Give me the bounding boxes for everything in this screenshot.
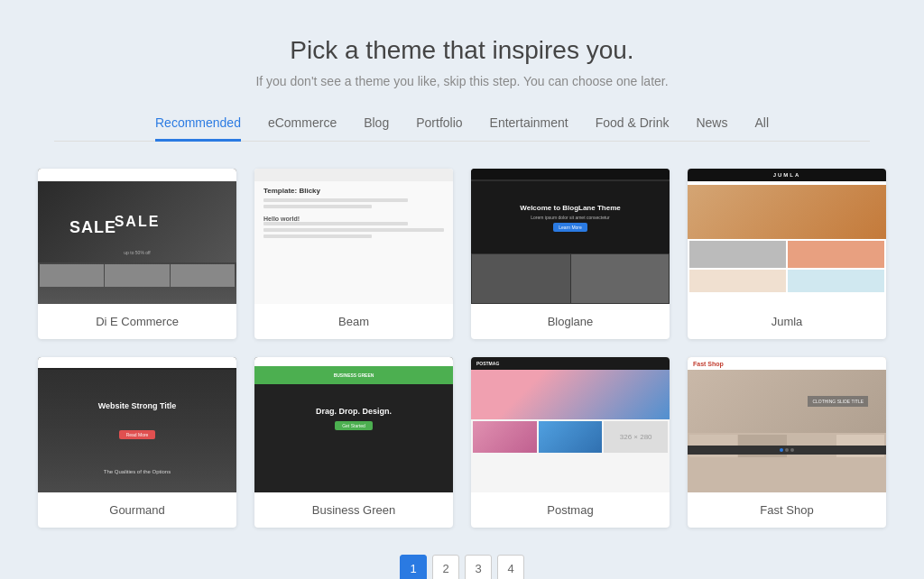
bloglane-header-bar <box>471 169 670 179</box>
beam-line-2 <box>263 205 372 208</box>
di-footer <box>38 262 236 289</box>
theme-card-fast-shop[interactable]: Fast Shop CLOTHING SLIDE TITLE <box>688 357 886 528</box>
theme-preview-business-green: BUSINESS GREEN Drag. Drop. Design. Get S… <box>254 357 453 492</box>
theme-preview-fast-shop: Fast Shop CLOTHING SLIDE TITLE <box>688 357 886 492</box>
theme-preview-beam: Template: Blicky Hello world! <box>254 169 453 304</box>
postmag-placeholder-text: 326 × 280 <box>620 433 652 441</box>
postmag-cell-2 <box>539 421 603 453</box>
jumla-cell-3 <box>689 270 786 292</box>
page-title: Pick a theme that inspires you. <box>290 36 633 65</box>
di-preview-inner: SALE up to 50% off <box>38 181 236 304</box>
theme-name-bloglane: Bloglane <box>471 304 670 339</box>
bg-hero-text: Drag. Drop. Design. Get Started <box>254 407 453 429</box>
tab-news[interactable]: News <box>696 115 727 142</box>
bloglane-cell-2 <box>571 254 670 303</box>
bg-header-white <box>254 357 453 366</box>
di-hero: SALE up to 50% off <box>38 181 236 262</box>
gourmand-cta: Read More <box>38 424 236 440</box>
gourmand-header-bar <box>38 357 236 368</box>
theme-card-di-ecommerce[interactable]: SALE up to 50% off Di E Commerce <box>38 169 236 339</box>
theme-card-postmag[interactable]: POSTMAG 326 × 280 Postmag <box>471 357 670 528</box>
bloglane-cta-btn: Learn More <box>553 223 587 232</box>
beam-line-1 <box>263 198 408 202</box>
jumla-header-bar: JUMLA <box>688 169 886 181</box>
fastshop-inner: CLOTHING SLIDE TITLE <box>688 370 886 492</box>
jumla-grid <box>688 239 886 294</box>
theme-name-di-ecommerce: Di E Commerce <box>38 304 236 339</box>
fastshop-nav-bar <box>688 446 886 455</box>
page-btn-4[interactable]: 4 <box>497 555 524 579</box>
page-wrapper: Pick a theme that inspires you. If you d… <box>0 0 924 579</box>
bloglane-welcome-title: Welcome to BlogLane Theme <box>520 204 620 212</box>
page-btn-2[interactable]: 2 <box>432 555 459 579</box>
fastshop-brand-text: Fast Shop <box>693 361 724 367</box>
fastshop-nav-dot-2 <box>785 448 789 452</box>
tab-blog[interactable]: Blog <box>364 115 389 142</box>
fastshop-hero: CLOTHING SLIDE TITLE <box>688 370 886 433</box>
jumla-cell-1 <box>689 241 786 268</box>
tab-portfolio[interactable]: Portfolio <box>416 115 462 142</box>
tab-food-drink[interactable]: Food & Drink <box>596 115 670 142</box>
di-footer-cell-1 <box>40 264 104 287</box>
theme-name-jumla: Jumla <box>688 304 886 339</box>
bg-brand-name: BUSINESS GREEN <box>334 372 374 378</box>
postmag-header: POSTMAG <box>471 357 670 370</box>
di-sub-text: up to 50% off <box>38 250 236 255</box>
postmag-inner: 326 × 280 <box>471 370 670 492</box>
bloglane-grid <box>471 253 670 304</box>
themes-grid: SALE up to 50% off Di E Commerce Templat… <box>38 169 886 528</box>
fastshop-nav-dot-3 <box>790 448 794 452</box>
theme-preview-di-ecommerce: SALE up to 50% off <box>38 169 236 304</box>
fastshop-hero-slide-text: CLOTHING SLIDE TITLE <box>808 396 868 407</box>
postmag-brand: POSTMAG <box>476 361 499 366</box>
bloglane-cell-1 <box>472 254 570 303</box>
theme-name-fast-shop: Fast Shop <box>688 492 886 528</box>
di-footer-cell-3 <box>171 264 235 287</box>
fastshop-header: Fast Shop <box>688 357 886 370</box>
theme-card-gourmand[interactable]: Website Strong Title Read More The Quali… <box>38 357 236 528</box>
page-btn-3[interactable]: 3 <box>465 555 492 579</box>
postmag-hero-image <box>471 370 670 419</box>
bloglane-desc: Lorem ipsum dolor sit amet consectetur <box>531 215 610 220</box>
theme-card-business-green[interactable]: BUSINESS GREEN Drag. Drop. Design. Get S… <box>254 357 453 528</box>
gourmand-title: Website Strong Title <box>38 401 236 410</box>
page-subtitle: If you don't see a theme you like, skip … <box>255 74 668 88</box>
theme-card-bloglane[interactable]: Welcome to BlogLane Theme Lorem ipsum do… <box>471 169 670 339</box>
jumla-brand-text: JUMLA <box>773 172 801 178</box>
jumla-cell-2 <box>788 241 884 268</box>
theme-preview-postmag: POSTMAG 326 × 280 <box>471 357 670 492</box>
theme-name-business-green: Business Green <box>254 492 453 528</box>
postmag-grid: 326 × 280 <box>471 419 670 455</box>
gourmand-btn: Read More <box>119 430 156 439</box>
theme-preview-gourmand: Website Strong Title Read More The Quali… <box>38 357 236 492</box>
tab-recommended[interactable]: Recommended <box>155 115 241 142</box>
page-btn-1[interactable]: 1 <box>400 555 427 579</box>
theme-card-beam[interactable]: Template: Blicky Hello world! Beam <box>254 169 453 339</box>
gourmand-inner: Website Strong Title Read More The Quali… <box>38 370 236 492</box>
pagination: 1 2 3 4 <box>400 555 524 579</box>
theme-name-postmag: Postmag <box>471 492 670 528</box>
postmag-cell-1 <box>473 421 537 453</box>
theme-name-gourmand: Gourmand <box>38 492 236 528</box>
theme-preview-jumla: JUMLA <box>688 169 886 304</box>
theme-preview-bloglane: Welcome to BlogLane Theme Lorem ipsum do… <box>471 169 670 304</box>
theme-card-jumla[interactable]: JUMLA Jumla <box>688 169 886 339</box>
beam-line-5 <box>263 234 372 238</box>
bg-btn-wrapper: Get Started <box>254 421 453 429</box>
theme-name-beam: Beam <box>254 304 453 339</box>
tab-all[interactable]: All <box>754 115 769 142</box>
tab-ecommerce[interactable]: eCommerce <box>268 115 337 142</box>
postmag-cell-3: 326 × 280 <box>604 421 668 453</box>
jumla-hero-image <box>688 185 886 239</box>
di-sale-text: SALE <box>115 214 161 230</box>
beam-line-4 <box>263 228 444 232</box>
bloglane-inner: Welcome to BlogLane Theme Lorem ipsum do… <box>471 181 670 304</box>
tab-entertainment[interactable]: Entertainment <box>490 115 568 142</box>
tabs-nav: Recommended eCommerce Blog Portfolio Ent… <box>54 115 870 142</box>
gourmand-sub-title: The Qualities of the Options <box>38 469 236 474</box>
di-footer-cell-2 <box>105 264 169 287</box>
bloglane-overlay: Welcome to BlogLane Theme Lorem ipsum do… <box>471 181 670 253</box>
bg-green-bar: BUSINESS GREEN <box>254 366 453 384</box>
beam-template-title: Template: Blicky <box>263 187 444 195</box>
jumla-inner <box>688 185 886 294</box>
